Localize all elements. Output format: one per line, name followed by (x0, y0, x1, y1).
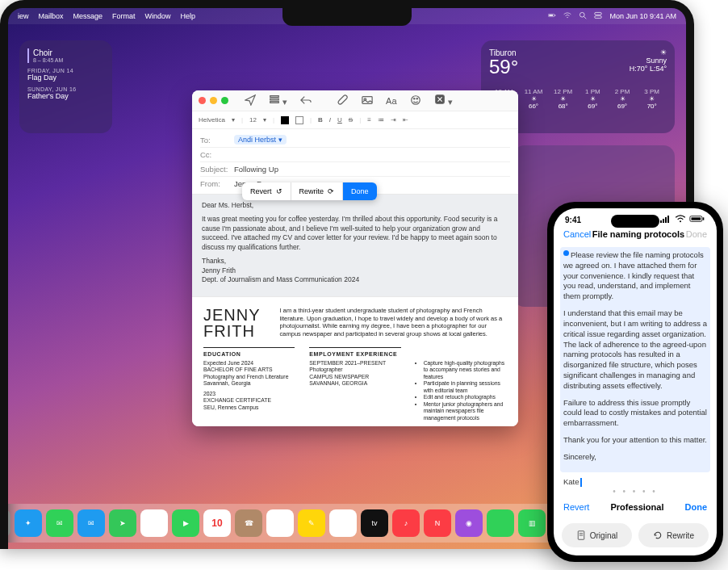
dock-calendar[interactable]: 10 (203, 509, 231, 537)
from-label: From: (200, 179, 234, 188)
indent-icon[interactable]: ⇥ (391, 116, 396, 124)
education-header: EDUCATION (203, 347, 295, 357)
dynamic-island (611, 215, 659, 228)
wifi-icon (563, 11, 571, 21)
italic-button[interactable]: I (329, 116, 331, 124)
svg-rect-9 (270, 98, 279, 100)
menubar-datetime[interactable]: Mon Jun 10 9:41 AM (609, 12, 676, 20)
employment-header: EMPLOYMENT EXPERIENCE (309, 347, 400, 357)
svg-rect-20 (667, 216, 669, 223)
control-center-icon[interactable] (594, 11, 602, 21)
note-sincerely: Sincerely, (563, 452, 707, 463)
traffic-lights[interactable] (199, 97, 228, 104)
done-button[interactable]: Done (343, 182, 377, 200)
svg-rect-6 (595, 12, 602, 15)
list-icon[interactable]: ≔ (378, 116, 384, 124)
nav-done-button[interactable]: Done (686, 229, 707, 239)
emoji-icon[interactable] (410, 94, 421, 107)
menu-format[interactable]: Format (112, 12, 136, 20)
cancel-button[interactable]: Cancel (563, 229, 591, 239)
menu-window[interactable]: Window (145, 12, 171, 20)
dock-freeform[interactable]: ✐ (329, 509, 357, 537)
window-titlebar[interactable]: ▾ Aa ▾ (192, 90, 518, 111)
dock-notes[interactable]: ✎ (298, 509, 325, 537)
dock-launchpad[interactable] (8, 509, 10, 537)
writing-tools-icon[interactable]: ▾ (434, 94, 453, 107)
dock-tv[interactable]: tv (361, 509, 388, 537)
subject-field[interactable]: Following Up (234, 165, 278, 174)
menu-iew[interactable]: iew (18, 12, 29, 20)
calendar-widget[interactable]: Choir 8 – 8:45 AM FRIDAY, JUN 14 Flag Da… (19, 40, 112, 133)
align-icon[interactable]: ≡ (367, 116, 371, 124)
revert-button[interactable]: Revert (563, 502, 589, 512)
dock-maps[interactable]: ➤ (109, 509, 136, 537)
dock-numbers[interactable]: ▥ (518, 509, 546, 537)
close-button[interactable] (199, 97, 206, 104)
svg-rect-2 (550, 15, 554, 16)
employment-bullets: Capture high-quality photographs to acco… (416, 360, 507, 421)
dock-music[interactable]: ♪ (392, 509, 420, 537)
strike-button[interactable]: S (349, 116, 353, 124)
undo-icon: ↺ (276, 187, 282, 195)
font-size[interactable]: 12 (249, 116, 257, 124)
dock-reminders[interactable]: ≣ (266, 509, 294, 537)
menu-help[interactable]: Help (181, 12, 196, 20)
dock-messages[interactable]: ✉ (46, 509, 73, 537)
header-menu-icon[interactable]: ▾ (269, 94, 287, 107)
bullet-item: Capture high-quality photographs to acco… (424, 360, 507, 380)
bold-button[interactable]: B (318, 116, 323, 124)
dock-mail[interactable]: ✉ (77, 509, 105, 537)
dock-news[interactable]: N (424, 509, 451, 537)
bullet-item: Mentor junior photographers and maintain… (424, 401, 507, 421)
underline-button[interactable]: U (337, 116, 342, 124)
dock-appstore-alt[interactable] (487, 509, 514, 537)
dock-contacts[interactable]: ☎ (235, 509, 262, 537)
iphone-screen: 9:41 Cancel File naming protocols Done P… (554, 208, 717, 555)
minimize-button[interactable] (210, 97, 217, 104)
calendar-day2-event: Father's Day (27, 92, 104, 100)
selection-handle-start[interactable] (563, 250, 569, 256)
reply-icon[interactable] (300, 94, 312, 107)
rewrite-button[interactable]: Rewrite ⟳ (291, 182, 344, 200)
svg-point-13 (411, 95, 420, 104)
format-icon[interactable]: Aa (386, 96, 396, 106)
rewrite-popover: Revert ↺ Rewrite ⟳ Done (242, 182, 377, 200)
note-body[interactable]: Please review the file naming protocols … (554, 244, 717, 487)
dock-safari[interactable]: ✦ (15, 509, 42, 537)
svg-rect-19 (665, 217, 667, 223)
svg-rect-7 (595, 16, 602, 19)
note-p3: Failure to address this issue promptly c… (563, 398, 707, 429)
subject-label: Subject: (200, 165, 234, 174)
dock-facetime[interactable]: ▶ (172, 509, 199, 537)
svg-rect-18 (663, 219, 664, 223)
recipient-chip[interactable]: Andi Herbst▾ (234, 135, 287, 145)
email-body[interactable]: Dear Ms. Herbst, It was great meeting yo… (192, 194, 518, 296)
menu-mailbox[interactable]: Mailbox (39, 12, 64, 20)
chevron-down-icon[interactable]: ▾ (278, 136, 282, 144)
photo-icon[interactable] (362, 94, 373, 107)
search-icon[interactable] (579, 11, 587, 21)
bg-color-icon[interactable] (295, 116, 303, 124)
resume-intro: I am a third-year student undergraduate … (280, 307, 507, 339)
original-button[interactable]: Original (562, 523, 632, 547)
revert-button[interactable]: Revert ↺ (242, 182, 291, 200)
zoom-button[interactable] (221, 97, 228, 104)
outdent-icon[interactable]: ⇤ (403, 116, 408, 124)
dock-podcasts[interactable]: ◉ (455, 509, 483, 537)
font-select[interactable]: Helvetica (199, 116, 225, 124)
text-cursor (580, 478, 582, 487)
rewrite-button[interactable]: Rewrite (638, 523, 709, 547)
svg-point-3 (567, 17, 568, 18)
hourly-forecast: 12 PM☀︎68° (548, 88, 578, 110)
calendar-event-title: Choir (33, 48, 104, 57)
send-icon[interactable] (245, 94, 256, 107)
attach-icon[interactable] (337, 94, 349, 107)
dock-photos[interactable]: ✿ (140, 509, 168, 537)
svg-rect-24 (692, 217, 701, 220)
menu-message[interactable]: Message (73, 12, 103, 20)
text-color-icon[interactable] (281, 116, 289, 124)
mail-compose-window: ▾ Aa ▾ Helvetica▾ | 12▾ | | B (192, 90, 518, 426)
done-button[interactable]: Done (685, 502, 708, 512)
format-bar[interactable]: Helvetica▾ | 12▾ | | B I U S | ≡ ≔ ⇥ ⇤ (192, 111, 518, 129)
svg-rect-17 (660, 220, 662, 223)
